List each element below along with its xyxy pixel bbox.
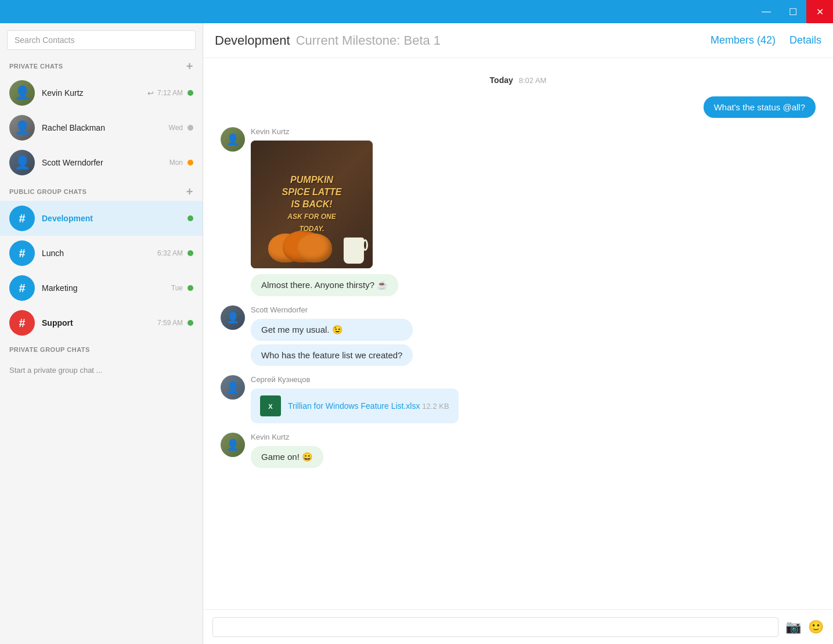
public-group-chats-section-header: PUBLIC GROUP CHATS + — [0, 180, 203, 201]
file-name-xlsx: Trillian for Windows Feature List.xlsx — [288, 401, 420, 411]
status-dot-scott — [187, 160, 193, 166]
private-chats-section-header: PRIVATE CHATS + — [0, 55, 203, 75]
window-controls: — ☐ ✕ — [753, 0, 833, 23]
titlebar: — ☐ ✕ — [0, 0, 833, 23]
pumpkin-image-content: PUMPKINSPICE LATTEIS BACK!Ask for oneTod… — [251, 141, 373, 268]
group-info-lunch: Lunch — [42, 249, 157, 258]
contact-item-kevin[interactable]: 👤 Kevin Kurtz ↩ 7:12 AM — [0, 75, 203, 110]
group-item-support[interactable]: # Support 7:59 AM — [0, 305, 203, 340]
avatar-rachel: 👤 — [9, 115, 35, 141]
msg-avatar-sergei-1: 👤 — [221, 375, 245, 400]
msg-content-kevin-2: Kevin Kurtz Game on! 😄 — [251, 433, 323, 468]
status-dot-kevin — [187, 90, 193, 96]
group-info-development: Development — [42, 214, 187, 223]
search-contacts-input[interactable]: Search Contacts — [7, 30, 196, 50]
private-chats-list: 👤 Kevin Kurtz ↩ 7:12 AM 👤 Rachel Blackma… — [0, 75, 203, 180]
msg-bubble-kevin-game: Game on! 😄 — [251, 446, 323, 468]
message-sergei-1: 👤 Сергей Кузнецов X Trillian for Windows… — [221, 375, 816, 423]
group-name-lunch: Lunch — [42, 249, 157, 258]
chat-subtitle: Current Milestone: Beta 1 — [296, 33, 441, 48]
contact-name-scott: Scott Werndorfer — [42, 158, 170, 167]
camera-icon[interactable]: 📷 — [785, 620, 801, 635]
maximize-button[interactable]: ☐ — [780, 0, 806, 23]
own-message-bubble: What's the status @all? — [704, 96, 816, 118]
group-chats-list: # Development # Lunch 6:32 AM # Marketin… — [0, 201, 203, 340]
group-time-marketing: Tue — [171, 284, 183, 292]
chat-messages: Today 8:02 AM What's the status @all? 👤 … — [203, 58, 833, 609]
contact-time-rachel: Wed — [169, 124, 183, 132]
add-private-chat-button[interactable]: + — [186, 60, 193, 72]
group-icon-development: # — [9, 206, 35, 231]
private-group-chats-label: PRIVATE GROUP CHATS — [9, 346, 90, 353]
message-scott-1: 👤 Scott Werndorfer Get me my usual. 😉 Wh… — [221, 305, 816, 366]
contact-item-scott[interactable]: 👤 Scott Werndorfer Mon — [0, 145, 203, 180]
group-time-lunch: 6:32 AM — [157, 249, 183, 257]
chat-input-field[interactable] — [212, 617, 778, 637]
msg-image-pumpkin: PUMPKINSPICE LATTEIS BACK!Ask for oneTod… — [251, 141, 373, 268]
pumpkin-text: PUMPKINSPICE LATTEIS BACK!Ask for oneTod… — [277, 170, 347, 239]
contact-info-scott: Scott Werndorfer — [42, 158, 170, 167]
chat-input-area: 📷 🙂 — [203, 609, 833, 644]
private-group-cta[interactable]: Start a private group chat ... — [0, 357, 203, 384]
msg-content-sergei-1: Сергей Кузнецов X Trillian for Windows F… — [251, 375, 459, 423]
contact-time-scott: Mon — [170, 159, 183, 167]
msg-bubble-scott-usual: Get me my usual. 😉 — [251, 319, 413, 341]
contact-name-kevin: Kevin Kurtz — [42, 88, 147, 98]
file-size-xlsx: 12.2 KB — [422, 402, 449, 411]
group-info-support: Support — [42, 318, 157, 328]
app-body: Search Contacts PRIVATE CHATS + 👤 Kevin … — [0, 23, 833, 644]
msg-sender-kevin-1: Kevin Kurtz — [251, 127, 398, 136]
group-item-development[interactable]: # Development — [0, 201, 203, 236]
msg-content-kevin-1: Kevin Kurtz PUMPKINSPICE LATTEIS BACK!As… — [251, 127, 398, 296]
chat-header-links: Members (42) Details — [711, 34, 821, 46]
status-dot-support — [187, 320, 193, 326]
group-icon-marketing: # — [9, 275, 35, 301]
avatar-kevin: 👤 — [9, 80, 35, 106]
contact-name-rachel: Rachel Blackman — [42, 123, 169, 132]
add-group-chat-button[interactable]: + — [186, 186, 193, 197]
msg-sender-sergei-1: Сергей Кузнецов — [251, 375, 459, 384]
close-button[interactable]: ✕ — [806, 0, 833, 23]
msg-avatar-kevin-2: 👤 — [221, 433, 245, 457]
status-dot-rachel — [187, 125, 193, 131]
message-kevin-1: 👤 Kevin Kurtz PUMPKINSPICE L — [221, 127, 816, 296]
group-icon-lunch: # — [9, 240, 35, 266]
msg-avatar-kevin-1: 👤 — [221, 127, 245, 152]
own-message-container: What's the status @all? — [221, 96, 816, 118]
file-bubble-xlsx[interactable]: X Trillian for Windows Feature List.xlsx… — [251, 388, 459, 423]
emoji-icon[interactable]: 🙂 — [808, 620, 824, 635]
chat-title: Development — [215, 33, 290, 48]
private-chats-label: PRIVATE CHATS — [9, 63, 63, 70]
msg-bubble-kevin-thirsty: Almost there. Anyone thirsty? ☕ — [251, 274, 398, 296]
time-label: 8:02 AM — [519, 76, 547, 85]
avatar-scott: 👤 — [9, 150, 35, 175]
group-item-marketing[interactable]: # Marketing Tue — [0, 271, 203, 305]
group-info-marketing: Marketing — [42, 283, 171, 293]
reply-icon-kevin: ↩ — [147, 89, 154, 98]
message-kevin-2: 👤 Kevin Kurtz Game on! 😄 — [221, 433, 816, 468]
file-info: Trillian for Windows Feature List.xlsx 1… — [288, 401, 449, 411]
status-dot-development — [187, 215, 193, 221]
chat-header: Development Current Milestone: Beta 1 Me… — [203, 23, 833, 58]
public-group-chats-label: PUBLIC GROUP CHATS — [9, 188, 86, 195]
msg-content-scott-1: Scott Werndorfer Get me my usual. 😉 Who … — [251, 305, 413, 366]
excel-icon: X — [260, 395, 281, 416]
contact-info-kevin: Kevin Kurtz — [42, 88, 147, 98]
chat-area: Development Current Milestone: Beta 1 Me… — [203, 23, 833, 644]
group-item-lunch[interactable]: # Lunch 6:32 AM — [0, 236, 203, 271]
date-label: Today — [490, 75, 513, 85]
members-link[interactable]: Members (42) — [711, 34, 776, 46]
group-name-development: Development — [42, 214, 187, 223]
contact-item-rachel[interactable]: 👤 Rachel Blackman Wed — [0, 110, 203, 145]
status-dot-marketing — [187, 285, 193, 291]
contact-info-rachel: Rachel Blackman — [42, 123, 169, 132]
msg-sender-scott-1: Scott Werndorfer — [251, 305, 413, 314]
group-icon-support: # — [9, 310, 35, 336]
minimize-button[interactable]: — — [753, 0, 780, 23]
details-link[interactable]: Details — [789, 34, 821, 46]
private-group-chats-section-header: PRIVATE GROUP CHATS — [0, 340, 203, 357]
sidebar: Search Contacts PRIVATE CHATS + 👤 Kevin … — [0, 23, 203, 644]
status-dot-lunch — [187, 250, 193, 256]
date-header: Today 8:02 AM — [221, 75, 816, 85]
msg-sender-kevin-2: Kevin Kurtz — [251, 433, 323, 441]
